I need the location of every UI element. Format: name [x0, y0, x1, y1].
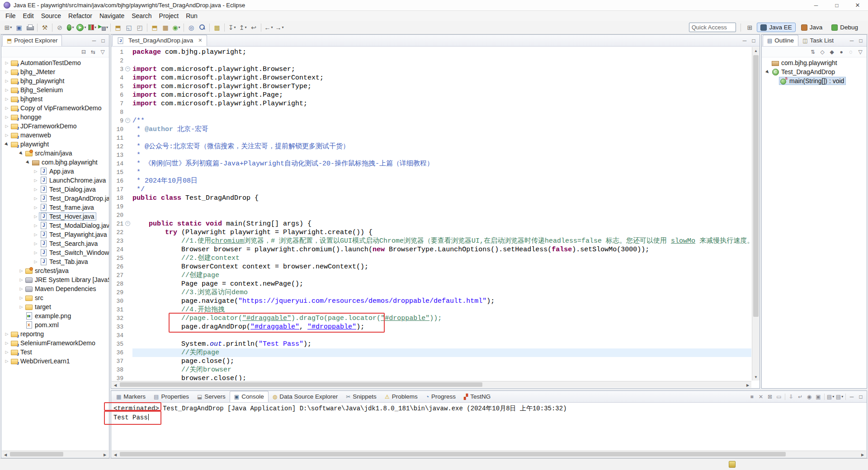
- minimize-view-button[interactable]: ─: [847, 392, 856, 401]
- tree-item-launchchrome-java[interactable]: ▷LaunchChrome.java: [1, 176, 109, 185]
- tree-item-main-string-void[interactable]: main(String[]) : void: [762, 76, 867, 85]
- scroll-track[interactable]: [752, 54, 760, 373]
- tree-item-test-modaldialog-java[interactable]: ▷Test_ModalDialog.java: [1, 221, 109, 230]
- expander-icon[interactable]: ▷: [18, 305, 24, 309]
- editor-tab-test-draganddrop[interactable]: Test_DragAndDrop.java ✕: [112, 35, 207, 46]
- expander-icon[interactable]: ▶: [764, 68, 771, 75]
- minimize-view-button[interactable]: ─: [90, 36, 99, 45]
- perspective-java[interactable]: Java: [797, 23, 826, 32]
- terminate-button[interactable]: ■: [747, 392, 756, 401]
- menu-search[interactable]: Search: [128, 11, 155, 20]
- tree-item-src-test-java[interactable]: ▷src/test/java: [1, 266, 109, 275]
- scroll-thumb[interactable]: [120, 452, 786, 456]
- expander-icon[interactable]: ▷: [18, 269, 24, 273]
- tree-item-jre-system-library-javase-1-8[interactable]: ▷JRE System Library [JavaSE-1.8]: [1, 275, 109, 284]
- close-tab-icon[interactable]: ✕: [198, 38, 202, 43]
- expander-icon[interactable]: ▷: [4, 350, 10, 354]
- tree-item-test[interactable]: ▷Test: [1, 348, 109, 357]
- scroll-up-arrow[interactable]: ▲: [752, 47, 760, 54]
- expander-icon[interactable]: ▷: [33, 169, 39, 174]
- word-wrap-button[interactable]: ↵: [796, 392, 805, 401]
- new-wizard-button[interactable]: ⊞▾: [3, 22, 13, 33]
- minimize-view-button[interactable]: ─: [740, 36, 749, 45]
- expander-icon[interactable]: ▷: [33, 224, 39, 228]
- scroll-thumb[interactable]: [753, 55, 759, 317]
- forward-button[interactable]: →▾: [274, 22, 284, 33]
- perspective-debug[interactable]: Debug: [828, 23, 862, 32]
- scroll-right-arrow[interactable]: ▶: [859, 451, 866, 458]
- new-java-project-button[interactable]: ⬒: [150, 22, 160, 33]
- new-ejb-button[interactable]: ◰: [135, 22, 145, 33]
- expander-icon[interactable]: ▷: [18, 278, 24, 282]
- expander-icon[interactable]: ▷: [4, 61, 10, 65]
- expander-icon[interactable]: ▷: [4, 79, 10, 83]
- notification-icon[interactable]: [729, 461, 736, 468]
- open-perspective-button[interactable]: ⊞: [745, 23, 755, 32]
- scroll-thumb[interactable]: [10, 452, 63, 456]
- tab-properties[interactable]: ▤Properties: [150, 391, 193, 402]
- tab-console[interactable]: ▣Console: [230, 391, 269, 402]
- fold-collapse-icon[interactable]: −: [125, 66, 130, 71]
- skip-all-breakpoints-button[interactable]: ⊘: [55, 22, 65, 33]
- tree-item-test-hover-java[interactable]: ▷Test_Hover.java: [1, 212, 109, 221]
- tree-item-target[interactable]: ▷target: [1, 302, 109, 311]
- expander-icon[interactable]: ▷: [33, 206, 39, 210]
- tree-item-maven-dependencies[interactable]: ▷Maven Dependencies: [1, 284, 109, 293]
- code-area[interactable]: package com.bjhg.playwright;import com.m…: [131, 47, 751, 381]
- expander-icon[interactable]: ▷: [33, 215, 39, 219]
- scroll-left-arrow[interactable]: ◀: [2, 451, 9, 458]
- new-class-button[interactable]: ◉▾: [171, 22, 181, 33]
- expander-icon[interactable]: ▷: [4, 359, 10, 363]
- tree-item-playwright[interactable]: ▶playwright: [1, 140, 109, 149]
- run-external-tools-button[interactable]: ▾: [98, 22, 108, 33]
- scroll-track[interactable]: [119, 451, 859, 457]
- remove-all-terminated-button[interactable]: ⊠: [765, 392, 774, 401]
- tab-task-list[interactable]: ◫Task List: [798, 35, 838, 46]
- menu-refactor[interactable]: Refactor: [65, 11, 96, 20]
- maximize-view-button[interactable]: □: [856, 36, 865, 45]
- tree-item-test-search-java[interactable]: ▷Test_Search.java: [1, 239, 109, 248]
- tree-item-test-switch-window-java[interactable]: ▷Test_Switch_Window.java: [1, 248, 109, 257]
- tree-item-jdframeworkdemo[interactable]: ▷JDFrameworkDemo: [1, 122, 109, 131]
- maximize-view-button[interactable]: □: [99, 36, 108, 45]
- tree-item-test-frame-java[interactable]: ▷Test_frame.java: [1, 203, 109, 212]
- hide-local-types-button[interactable]: ◌: [846, 47, 855, 56]
- tree-item-pom-xml[interactable]: pom.xml: [1, 320, 109, 329]
- maximize-view-button[interactable]: □: [856, 392, 865, 401]
- scroll-thumb[interactable]: [120, 382, 482, 387]
- expander-icon[interactable]: ▷: [4, 88, 10, 92]
- expander-icon[interactable]: ▷: [33, 242, 39, 246]
- maximize-view-button[interactable]: □: [749, 36, 758, 45]
- expander-icon[interactable]: ▷: [33, 188, 39, 192]
- tab-servers[interactable]: ⬓Servers: [193, 391, 230, 402]
- expander-icon[interactable]: ▷: [33, 179, 39, 183]
- tree-item-test-playwright-java[interactable]: ▷Test_Playwright.java: [1, 230, 109, 239]
- editor-hscrollbar[interactable]: ◀ ▶: [112, 381, 751, 388]
- show-console-on-output-button[interactable]: ▣: [814, 392, 823, 401]
- hide-fields-button[interactable]: ◇: [818, 47, 827, 56]
- next-annotation-button[interactable]: ↧▾: [227, 22, 237, 33]
- scroll-right-arrow[interactable]: ▶: [744, 381, 751, 389]
- java-search-button[interactable]: [197, 22, 207, 33]
- tab-data-source-explorer[interactable]: ◍Data Source Explorer: [269, 391, 342, 402]
- back-button[interactable]: ←▾: [264, 22, 274, 33]
- toggle-mark-occurrences-button[interactable]: ▩: [212, 22, 222, 33]
- last-edit-location-button[interactable]: ↩: [249, 22, 259, 33]
- tab-markers[interactable]: ▦Markers: [112, 391, 150, 402]
- expander-icon[interactable]: ▷: [33, 251, 39, 255]
- link-with-editor-button[interactable]: ⇆: [89, 47, 98, 56]
- new-package-button[interactable]: ▦: [160, 22, 170, 33]
- tree-item-automationtestdemo[interactable]: ▷AutomationTestDemo: [1, 58, 109, 67]
- save-button[interactable]: ▣: [14, 22, 24, 33]
- tree-item-app-java[interactable]: ▷App.java: [1, 167, 109, 176]
- new-servlet-button[interactable]: ◱: [124, 22, 134, 33]
- expander-icon[interactable]: ▷: [4, 124, 10, 128]
- debug-button[interactable]: ▾: [66, 22, 75, 33]
- tree-item-com-bjhg-playwright[interactable]: com.bjhg.playwright: [762, 58, 867, 67]
- hide-non-public-button[interactable]: ●: [837, 47, 846, 56]
- view-menu-button[interactable]: ▽: [98, 47, 107, 56]
- tab-snippets[interactable]: ✂Snippets: [342, 391, 381, 402]
- tree-item-copy-of-vipframeworkdemo[interactable]: ▷Copy of VipFrameworkDemo: [1, 103, 109, 113]
- tab-progress[interactable]: ◔Progress: [422, 391, 460, 402]
- sort-button[interactable]: ⇅: [808, 47, 817, 56]
